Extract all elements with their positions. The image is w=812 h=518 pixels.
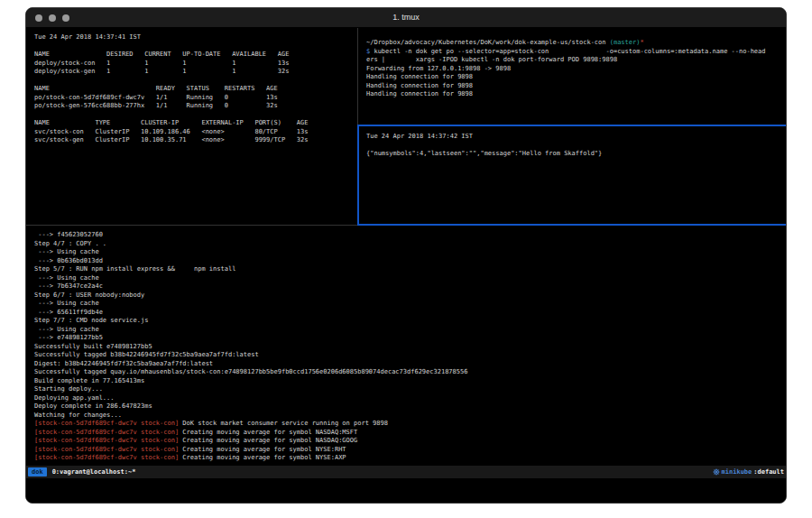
pane-kubectl-watch[interactable]: Tue 24 Apr 2018 14:37:41 IST NAME DESIRE… — [28, 31, 357, 222]
terminal-line: Step 4/7 : COPY . . — [34, 240, 784, 249]
terminal-line: ---> 65611ff9db4e — [34, 309, 784, 318]
kubernetes-helm-icon — [713, 468, 720, 476]
terminal-line: ---> Using cache — [34, 248, 784, 257]
kube-namespace: :default — [753, 468, 784, 476]
terminal-line: Successfully built e74898127bb5 — [34, 343, 784, 352]
terminal-line: [stock-con-5d7df689cf-dwc7v stock-con] C… — [34, 437, 784, 446]
terminal-window: 1. tmux Tue 24 Apr 2018 14:37:41 IST NAM… — [25, 7, 787, 504]
terminal-line: Forwarding from 127.0.0.1:9898 -> 9898 — [366, 65, 784, 74]
terminal-line: Handling connection for 9898 — [366, 82, 784, 91]
terminal-line: [stock-con-5d7df689cf-dwc7v stock-con] D… — [34, 420, 784, 429]
terminal-line: Step 7/7 : CMD node service.js — [34, 317, 784, 326]
terminal-line: svc/stock-con ClusterIP 10.109.186.46 <n… — [34, 128, 357, 137]
terminal-line: Digest: b38b42246945fd7f32c5ba9aea7af7fd… — [34, 360, 784, 369]
terminal-line — [34, 42, 357, 51]
pane-divider-horizontal[interactable] — [26, 225, 357, 226]
terminal-line: Handling connection for 9898 — [366, 73, 784, 82]
terminal-line: Watching for changes... — [34, 412, 784, 421]
terminal-line: po/stock-con-5d7df689cf-dwc7v 1/1 Runnin… — [34, 94, 357, 103]
terminal-line: Successfully tagged quay.io/mhausenblas/… — [34, 368, 784, 377]
session-name-badge: dok — [28, 467, 47, 476]
terminal-line: [stock-con-5d7df689cf-dwc7v stock-con] C… — [34, 446, 784, 455]
terminal-line: ---> 0b636bd013dd — [34, 257, 784, 266]
terminal-line: NAME TYPE CLUSTER-IP EXTERNAL-IP PORT(S)… — [34, 119, 357, 128]
terminal-line: Handling connection for 9898 — [366, 90, 784, 99]
terminal-line: deploy/stock-gen 1 1 1 1 32s — [34, 68, 357, 77]
tmux-terminal: Tue 24 Apr 2018 14:37:41 IST NAME DESIRE… — [26, 28, 786, 504]
terminal-line: [stock-con-5d7df689cf-dwc7v stock-con] C… — [34, 454, 784, 463]
terminal-line — [34, 77, 357, 86]
active-pane-border-left[interactable] — [357, 125, 359, 226]
terminal-line — [34, 111, 357, 120]
active-pane-border-bottom[interactable] — [357, 224, 786, 226]
terminal-line: Deploy complete in 286.647823ms — [34, 402, 784, 412]
active-pane-border-top[interactable] — [357, 125, 786, 126]
window-title: 1. tmux — [26, 13, 786, 22]
terminal-line: Step 6/7 : USER nobody:nobody — [34, 291, 784, 301]
terminal-line: ---> Using cache — [34, 274, 784, 283]
terminal-line: po/stock-gen-576cc688bb-277hx 1/1 Runnin… — [34, 102, 357, 111]
terminal-line: ---> f45623052760 — [34, 231, 784, 240]
terminal-line: [stock-con-5d7df689cf-dwc7v stock-con] C… — [34, 429, 784, 438]
terminal-line: svc/stock-gen ClusterIP 10.100.35.71 <no… — [34, 136, 357, 145]
terminal-line: Tue 24 Apr 2018 14:37:42 IST — [366, 133, 784, 142]
terminal-line: ers | xargs -IPOD kubectl -n dok port-fo… — [366, 56, 784, 65]
terminal-line: Step 5/7 : RUN npm install express && np… — [34, 265, 784, 274]
tmux-status-bar: dok 0:vagrant@localhost:~* minikube:defa… — [26, 466, 786, 478]
terminal-line — [366, 142, 784, 151]
terminal-line: Deploying app.yaml... — [34, 394, 784, 403]
terminal-line: Build complete in 77.165413ms — [34, 377, 784, 386]
terminal-line: deploy/stock-con 1 1 1 1 13s — [34, 60, 357, 69]
terminal-line: {"numsymbols":4,"lastseen":"","message":… — [366, 150, 784, 159]
terminal-line: $ kubectl -n dok get po --selector=app=s… — [366, 48, 784, 57]
terminal-line: ---> Using cache — [34, 300, 784, 309]
kube-context-name: minikube — [722, 468, 752, 476]
terminal-line: Tue 24 Apr 2018 14:37:41 IST — [34, 33, 357, 42]
terminal-line: ~/Dropbox/advocacy/Kubernetes/DoK/work/d… — [366, 39, 784, 48]
pane-port-forward[interactable]: ~/Dropbox/advocacy/Kubernetes/DoK/work/d… — [362, 31, 784, 122]
pane-skaffold-build-log[interactable]: ---> f45623052760Step 4/7 : COPY . . ---… — [28, 228, 784, 464]
terminal-line: ---> 7b6347ce2a4c — [34, 282, 784, 291]
current-window-label[interactable]: 0:vagrant@localhost:~* — [52, 468, 136, 476]
terminal-line: Successfully tagged b38b42246945fd7f32c5… — [34, 351, 784, 360]
terminal-line: Starting deploy... — [34, 385, 784, 394]
window-titlebar: 1. tmux — [26, 8, 786, 28]
terminal-line: NAME READY STATUS RESTARTS AGE — [34, 85, 357, 94]
pane-service-output-active[interactable]: Tue 24 Apr 2018 14:37:42 IST {"numsymbol… — [362, 128, 784, 222]
terminal-line: NAME DESIRED CURRENT UP-TO-DATE AVAILABL… — [34, 51, 357, 60]
kube-context-status: minikube:default — [713, 468, 784, 476]
terminal-line: ---> e74898127bb5 — [34, 334, 784, 343]
pane-divider-vertical[interactable] — [357, 28, 358, 125]
terminal-line: ---> Using cache — [34, 326, 784, 335]
